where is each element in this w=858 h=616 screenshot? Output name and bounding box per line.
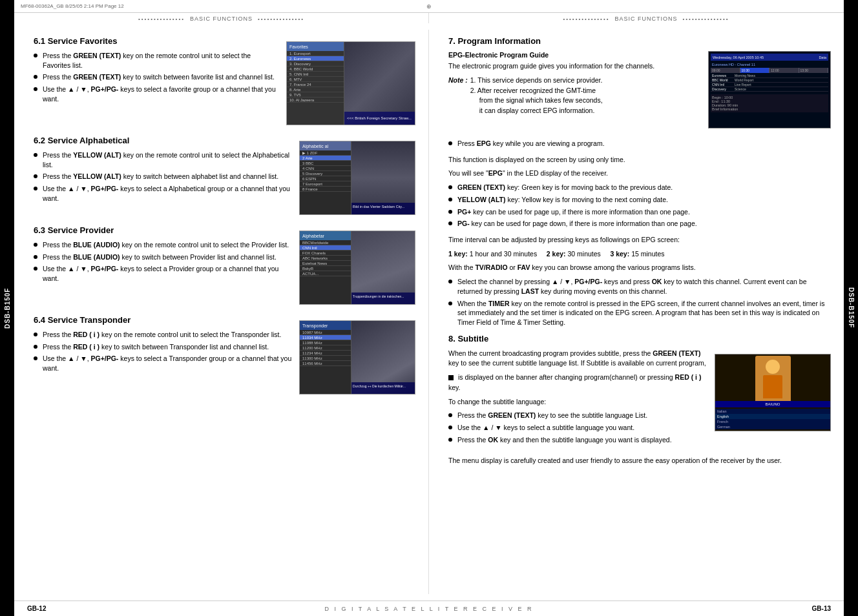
list-item: Press the GREEN (TEXT) key to switch bet… — [34, 72, 280, 82]
bullet-dot — [34, 255, 37, 259]
bullet-dot — [448, 302, 452, 305]
columns: 6.1 Service Favorites Press the GREEN (T… — [14, 23, 844, 601]
list-item: Press the YELLOW (ALT) key to switch bet… — [34, 172, 293, 181]
epg-para1: This function is displayed on the screen… — [448, 155, 831, 165]
list-item: Press the GREEN (TEXT) key to see the su… — [448, 411, 708, 420]
screenshot-6-4: Transponder 10987 MHz 11034 MHz 11088 MH… — [299, 320, 415, 395]
key-times: 1 key: 1 hour and 30 minutes 2 key: 30 m… — [448, 249, 831, 260]
list-item: Press the BLUE (AUDIO) key to switch bet… — [34, 252, 293, 262]
subtitle-screen-bar: BAIUNO — [715, 401, 830, 407]
footer-center-text: D I G I T A L S A T E L L I T E R E C E … — [228, 606, 630, 612]
subtitle-square-icon — [448, 375, 454, 380]
screenshot-6-2: Alphabetic al ▶ 1 ZDF 2 Arte 3 BBC 4 CNN… — [299, 141, 415, 215]
note-block: Note : 1. This service depends on servic… — [448, 76, 702, 116]
main-content: MF68-00362A_GB 8/25/05 2:14 PM Page 12 ⊕… — [14, 0, 844, 616]
list-item: Press the YELLOW (ALT) key on the remote… — [34, 150, 293, 169]
section-6-3: 6.3 Service Provider Press the BLUE (AUD… — [34, 225, 415, 310]
list-item: GREEN (TEXT) key: Green key is for movin… — [448, 183, 831, 192]
list-item: Press the RED ( i ) key to switch betwee… — [34, 342, 293, 352]
list-item: Press the RED ( i ) key on the remote co… — [34, 330, 293, 340]
left-dot-header: ••••••••••••••• BASIC FUNCTIONS ••••••••… — [14, 13, 429, 23]
bullet-dot — [448, 210, 452, 214]
section-6-4-title: 6.4 Service Transponder — [34, 315, 293, 325]
section-7: 7. Program Information EPG-Electronic Pr… — [448, 36, 831, 327]
section-8: 8. Subtitle When the current broadcastin… — [448, 334, 831, 467]
section-6-1-bullets: Press the GREEN (TEXT) key on the remote… — [34, 51, 280, 103]
bullet-dot — [34, 174, 37, 178]
list-item: Use the ▲ / ▼, PG+/PG- keys to select a … — [34, 85, 280, 103]
list-item: Use the ▲ / ▼, PG+/PG- keys to select a … — [34, 264, 293, 283]
section-7-title: 7. Program Information — [448, 36, 831, 46]
bullet-dot — [34, 87, 37, 91]
section-8-title: 8. Subtitle — [448, 334, 831, 344]
footer-page-left: GB-12 — [27, 605, 228, 612]
bullet-dot — [34, 54, 37, 57]
screenshot-subtitle: BAIUNO Italian English French German — [715, 354, 831, 431]
right-column: 7. Program Information EPG-Electronic Pr… — [429, 30, 844, 594]
bullet-dot — [448, 426, 452, 429]
screenshot-6-1: Favorites 1. Eurosport 2. Euronews 3. Di… — [286, 41, 415, 125]
epg-para2: You will see "EPG" in the LED display of… — [448, 169, 831, 179]
file-info: MF68-00362A_GB 8/25/05 2:14 PM Page 12 — [21, 3, 124, 9]
list-item: Press the BLUE (AUDIO) key on the remote… — [34, 240, 293, 250]
section-6-3-bullets: Press the BLUE (AUDIO) key on the remote… — [34, 240, 293, 283]
bullet-dot — [448, 438, 452, 442]
section-6-2-title: 6.2 Service Alphabetical — [34, 136, 293, 145]
list-item: When the TIMER key on the remote control… — [448, 299, 831, 327]
left-side-tab: DSB-B150F — [0, 0, 14, 616]
crosshair-icon: ⊕ — [426, 3, 432, 10]
subtitle-outro: The menu display is carefully created an… — [448, 456, 831, 466]
tv-radio-text: With the TV/RADIO or FAV key you can bro… — [448, 263, 831, 273]
bullet-dot — [448, 141, 452, 145]
page-wrapper: DSB-B150F MF68-00362A_GB 8/25/05 2:14 PM… — [0, 0, 858, 616]
time-interval-text: Time interval can be adjusted by pressin… — [448, 235, 831, 245]
footer-page-right: GB-13 — [630, 605, 831, 612]
epg-press-bullets: Press EPG key while you are viewing a pr… — [448, 139, 831, 149]
section-6-3-title: 6.3 Service Provider — [34, 225, 293, 235]
left-column: 6.1 Service Favorites Press the GREEN (T… — [14, 30, 429, 594]
list-item: PG+ key can be used for page up, if ther… — [448, 207, 831, 217]
bullet-dot — [34, 267, 37, 271]
epg-intro: The electronic program guide gives you i… — [448, 61, 702, 72]
bullet-dot — [448, 280, 452, 283]
screenshot-6-3: Alphabetar BBCWorldwide CNN Intl FOX Cha… — [299, 231, 415, 305]
bullet-dot — [448, 221, 452, 225]
list-item: Select the channel by pressing ▲ / ▼, PG… — [448, 277, 831, 296]
bullet-dot — [448, 185, 452, 189]
bullet-dot — [34, 243, 37, 247]
section-6-2: 6.2 Service Alphabetical Press the YELLO… — [34, 136, 415, 220]
bullet-dot — [34, 153, 37, 157]
bullet-dot — [34, 75, 37, 79]
epg-key-bullets: GREEN (TEXT) key: Green key is for movin… — [448, 183, 831, 229]
right-dot-header: ••••••••••••••• BASIC FUNCTIONS ••••••••… — [429, 13, 844, 23]
section-6-1: 6.1 Service Favorites Press the GREEN (T… — [34, 36, 415, 130]
section-6-1-title: 6.1 Service Favorites — [34, 36, 280, 46]
subtitle-bullets: Press the GREEN (TEXT) key to see the su… — [448, 411, 708, 444]
subtitle-change-label: To change the subtitle language: — [448, 397, 708, 407]
section-6-4-bullets: Press the RED ( i ) key on the remote co… — [34, 330, 293, 373]
subtitle-intro: When the current broadcasting program pr… — [448, 349, 708, 369]
bullet-dot — [34, 333, 37, 336]
list-item: Press the OK key and then the subtitle l… — [448, 435, 708, 445]
bullet-dot — [34, 345, 37, 349]
dot-headers: ••••••••••••••• BASIC FUNCTIONS ••••••••… — [14, 13, 844, 23]
footer: GB-12 D I G I T A L S A T E L L I T E R … — [14, 601, 844, 616]
top-bar: MF68-00362A_GB 8/25/05 2:14 PM Page 12 ⊕ — [14, 0, 844, 13]
bullet-dot — [34, 356, 37, 360]
section-6-4: 6.4 Service Transponder Press the RED ( … — [34, 315, 415, 400]
subtitle-square-note: is displayed on the banner after changin… — [448, 373, 708, 393]
bullet-dot — [448, 198, 452, 201]
section-6-2-bullets: Press the YELLOW (ALT) key on the remote… — [34, 150, 293, 203]
list-item: PG- key can be used for page down, if th… — [448, 219, 831, 229]
screenshot-epg: Wednesday, 06 April 2005 10:45 Data Euro… — [708, 51, 831, 128]
channel-select-bullets: Select the channel by pressing ▲ / ▼, PG… — [448, 277, 831, 327]
list-item: Use the ▲ / ▼, PG+/PG- keys to select a … — [34, 184, 293, 203]
epg-subtitle: EPG-Electronic Program Guide — [448, 51, 702, 59]
bullet-dot — [448, 413, 452, 417]
right-side-tab: DSB-B150F — [844, 0, 858, 616]
list-item: Press the GREEN (TEXT) key on the remote… — [34, 51, 280, 70]
bullet-dot — [34, 187, 37, 190]
list-item: Use the ▲ / ▼, PG+/PG- keys to select a … — [34, 354, 293, 373]
list-item: YELLOW (ALT) key: Yellow key is for movi… — [448, 195, 831, 205]
list-item: Use the ▲ / ▼ keys to select a subtitle … — [448, 423, 708, 433]
